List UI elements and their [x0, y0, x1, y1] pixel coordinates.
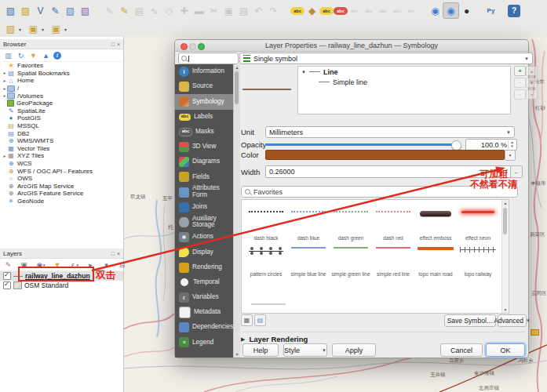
stepper-buttons[interactable]: ▲▼ [508, 140, 516, 149]
scroll-up-icon[interactable]: ▲ [502, 200, 509, 206]
change-label-properties-icon[interactable]: abc [404, 7, 418, 15]
symbol-item[interactable]: simple red line [372, 241, 414, 277]
processing-history-icon[interactable]: ◉ [443, 2, 459, 19]
layer-labeling-icon[interactable]: abc [290, 7, 304, 15]
toolbar-group[interactable]: ▧ ▾ [3, 22, 21, 37]
opacity-slider[interactable] [265, 143, 457, 146]
close-panel-icon[interactable]: × [117, 251, 120, 256]
symbol-search-box[interactable]: Favorites [241, 186, 518, 198]
help-button[interactable]: Help [243, 343, 279, 357]
browser-item[interactable]: ▸ / [0, 85, 123, 93]
symbol-item[interactable]: dash blue [287, 205, 330, 241]
layer-name[interactable]: OSM Standard [24, 281, 68, 289]
expand-all-icon[interactable]: ▸ [86, 260, 96, 270]
icon-view-button[interactable]: ▦ [241, 314, 253, 326]
new-spatialite-icon[interactable]: ✎ [48, 3, 63, 18]
toolbar-group[interactable]: ▣ ▾ [26, 22, 44, 37]
duplicate-symbol-layer-button[interactable]: ▫ [514, 89, 526, 100]
sidebar-item[interactable]: Metadata [175, 305, 233, 320]
filter-browser-icon[interactable]: ▼ [28, 50, 38, 60]
add-feature-icon[interactable]: ∿ [147, 3, 162, 18]
collapse-all-layers-icon[interactable]: ▾ [101, 260, 111, 270]
move-label-icon[interactable]: abc [376, 7, 390, 15]
symbol-item[interactable]: effect neon [457, 205, 499, 241]
remove-layer-icon[interactable]: ⊟ [117, 260, 127, 270]
toolbar-group[interactable]: ▣ ▾ [49, 22, 67, 37]
undo-icon[interactable]: ↶ [251, 3, 266, 18]
data-source-manager-icon[interactable]: ▧ [3, 3, 18, 18]
symbol-layers-tree[interactable]: ▼ Line Simple line [297, 66, 511, 114]
move-feature-icon[interactable]: ✚ [177, 3, 191, 18]
sidebar-item[interactable]: Auxiliary Storage [175, 215, 233, 230]
redo-icon[interactable]: ↷ [266, 3, 281, 18]
symbol-item[interactable]: effect emboss [414, 205, 457, 241]
rotate-label-icon[interactable]: abc [390, 7, 404, 15]
browser-item[interactable]: ✳ GeoNode [0, 198, 123, 205]
python-console-icon[interactable]: Py [483, 3, 498, 18]
browser-item[interactable]: ▤ MSSQL [0, 122, 123, 130]
data-defined-override-button[interactable]: ← [510, 165, 523, 178]
renderer-select[interactable]: Single symbol ▼ [239, 53, 533, 64]
sidebar-item[interactable]: Joins [175, 200, 233, 215]
open-layer-styling-icon[interactable]: ✎ [3, 260, 13, 270]
browser-item[interactable]: ✎ SpatiaLite [0, 107, 123, 115]
browser-item[interactable]: ○ OWS [0, 175, 123, 183]
ok-button[interactable]: OK [486, 343, 525, 357]
save-symbol-button[interactable]: Save Symbol… [444, 314, 496, 327]
add-selected-layers-icon[interactable]: ▥ [3, 50, 13, 60]
layer-item[interactable]: OSM Standard [0, 281, 123, 290]
symbol-tree-root-row[interactable]: ▼ Line [298, 67, 510, 77]
browser-item[interactable]: ⊕ WMS/WMTS [0, 137, 123, 145]
new-shapefile-icon[interactable]: V [33, 3, 48, 18]
save-edits-icon[interactable]: ▤ [132, 3, 147, 18]
layer-rendering-section[interactable]: ▶ Layer Rendering [241, 332, 525, 343]
scrollbar-thumb[interactable] [235, 71, 239, 104]
add-symbol-layer-button[interactable]: + [514, 66, 526, 76]
sidebar-item[interactable]: ≡ Legend [175, 335, 233, 350]
layer-item[interactable]: railway_line_dazhun [0, 271, 123, 281]
symbol-item[interactable]: dash black [245, 205, 287, 241]
copy-features-icon[interactable]: ▣ [221, 3, 236, 18]
advanced-button[interactable]: Advanced ▼ [498, 314, 527, 327]
new-mesh-layer-icon[interactable]: ▧ [78, 3, 93, 18]
sidebar-item[interactable]: Fields [175, 169, 233, 184]
browser-item[interactable]: ▸ ▦ XYZ Tiles [0, 152, 123, 160]
sidebar-item[interactable]: Attributes Form [175, 185, 233, 200]
symbol-tree-child-row[interactable]: Simple line [298, 77, 510, 87]
scroll-down-icon[interactable]: ▼ [234, 351, 240, 358]
scroll-up-icon[interactable]: ▲ [234, 64, 240, 71]
sidebar-item[interactable]: ε Variables [175, 290, 233, 305]
sidebar-item[interactable]: abc Masks [175, 125, 233, 140]
browser-item[interactable]: ⊕ WCS [0, 160, 123, 168]
unit-select[interactable]: Millimeters ▼ [265, 126, 515, 138]
current-edits-icon[interactable]: ✎ [102, 3, 117, 18]
scrollbar-thumb[interactable] [503, 208, 507, 234]
color-dropdown-button[interactable]: ▼ [505, 150, 516, 161]
sidebar-item[interactable]: Symbology [175, 94, 233, 109]
properties-search-input[interactable] [178, 53, 239, 64]
new-virtual-layer-icon[interactable]: ▧ [63, 3, 78, 18]
sidebar-item[interactable]: Display [175, 245, 233, 260]
properties-icon[interactable]: i [53, 52, 61, 60]
vertex-tool-icon[interactable]: ◇ [162, 3, 177, 18]
delete-selected-icon[interactable]: ▬ [191, 3, 206, 18]
dialog-titlebar[interactable]: Layer Properties — railway_line_dazhun —… [175, 40, 528, 52]
paste-features-icon[interactable]: ▤ [236, 3, 251, 18]
move-up-button[interactable]: ▴ [526, 66, 538, 76]
sidebar-item[interactable]: 3D View [175, 140, 233, 154]
browser-item[interactable]: ⊕ ArcGIS Map Service [0, 183, 123, 191]
symbol-item[interactable]: topo railway [457, 241, 499, 277]
remove-symbol-layer-button[interactable]: − [514, 78, 526, 88]
highlight-pinned-labels-icon[interactable]: abc [334, 7, 348, 15]
browser-item[interactable]: ▸ ⌂ Home [0, 77, 123, 85]
browser-item[interactable]: ⊕ WFS / OGC API - Features [0, 167, 123, 175]
processing-toolbox-icon[interactable]: ◉ [428, 3, 443, 18]
tree-expander-icon[interactable]: ▼ [301, 70, 306, 74]
float-panel-icon[interactable]: □ [111, 42, 115, 47]
cut-features-icon[interactable]: ✂ [206, 3, 221, 18]
select-by-value-icon[interactable]: ▣ [26, 22, 41, 37]
cancel-button[interactable]: Cancel [440, 343, 483, 357]
sidebar-scrollbar[interactable]: ▲ ▼ [233, 64, 240, 358]
browser-item[interactable]: GeoPackage [0, 100, 123, 107]
plugin-globe-icon[interactable]: ● [459, 3, 474, 18]
